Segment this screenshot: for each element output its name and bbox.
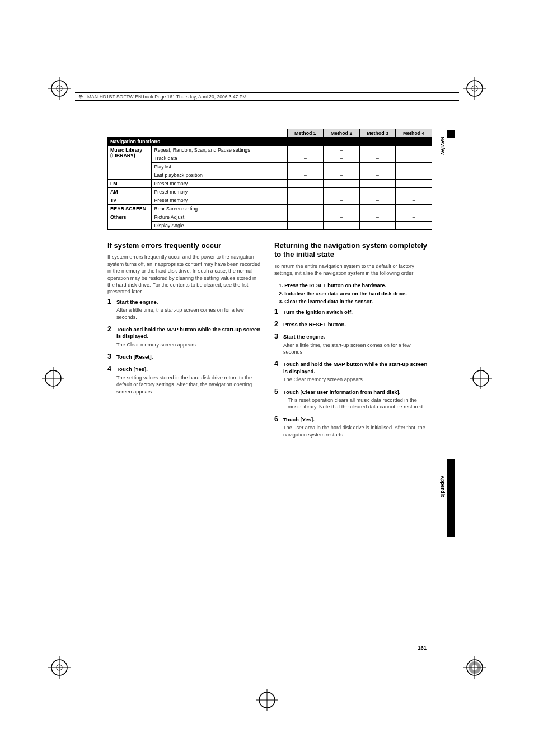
step-title: Press the RESET button. bbox=[283, 321, 431, 328]
method-cell bbox=[287, 205, 324, 213]
step-body: This reset operation clears all music da… bbox=[283, 397, 431, 411]
method-cell: – bbox=[359, 163, 396, 171]
method-cell: – bbox=[359, 171, 396, 180]
method-cell: – bbox=[324, 180, 360, 188]
row-desc: Repeat, Random, Scan, and Pause settings bbox=[152, 146, 287, 154]
step-body: The Clear memory screen appears. bbox=[116, 341, 264, 348]
method-cell: – bbox=[359, 213, 396, 222]
method-cell: – bbox=[396, 180, 432, 188]
step-title: Start the engine. bbox=[283, 334, 431, 340]
step-number: 4 bbox=[107, 365, 111, 373]
col-method1: Method 1 bbox=[287, 129, 324, 138]
method-cell bbox=[287, 146, 324, 154]
crop-mark-icon bbox=[470, 367, 492, 389]
right-intro: To return the entire navigation system t… bbox=[274, 263, 431, 277]
method-cell: – bbox=[359, 222, 396, 230]
crop-mark-icon bbox=[48, 77, 71, 100]
step-title: Start the engine. bbox=[116, 299, 264, 306]
step-item: 1Start the engine.After a little time, t… bbox=[107, 299, 264, 321]
step-number: 3 bbox=[274, 332, 278, 340]
method-cell: – bbox=[324, 154, 360, 163]
step-item: 2Press the RESET button. bbox=[274, 321, 431, 328]
right-heading: Returning the navigation system complete… bbox=[274, 241, 431, 260]
substep-item: 1. Press the RESET button on the hardwar… bbox=[279, 282, 431, 289]
method-cell: – bbox=[287, 154, 324, 163]
method-cell: – bbox=[287, 171, 324, 180]
col-method3: Method 3 bbox=[359, 129, 396, 138]
step-body: After a little time, the start-up screen… bbox=[283, 342, 431, 356]
step-body: The user area in the hard disk drive is … bbox=[283, 424, 431, 438]
method-cell bbox=[359, 146, 396, 154]
step-title: Touch and hold the MAP button while the … bbox=[283, 361, 431, 375]
step-title: Touch [Yes]. bbox=[116, 366, 264, 373]
crop-mark-icon bbox=[256, 689, 278, 711]
row-desc: Picture Adjust bbox=[152, 213, 287, 222]
method-cell bbox=[396, 171, 432, 180]
section-header-cell: Navigation functions bbox=[108, 138, 432, 146]
row-label: Music Library (LIBRARY) bbox=[108, 146, 152, 180]
method-cell: – bbox=[359, 154, 396, 163]
method-cell bbox=[396, 154, 432, 163]
method-cell bbox=[287, 222, 324, 230]
method-cell bbox=[287, 180, 324, 188]
left-intro: If system errors frequently occur and th… bbox=[107, 253, 264, 295]
content-area: Method 1 Method 2 Method 3 Method 4 Navi… bbox=[107, 129, 432, 444]
row-desc: Preset memory bbox=[152, 188, 287, 196]
col-method2: Method 2 bbox=[324, 129, 360, 138]
row-label: TV bbox=[108, 196, 152, 205]
row-desc: Preset memory bbox=[152, 180, 287, 188]
side-tab-top bbox=[447, 130, 455, 138]
crop-mark-icon bbox=[42, 367, 64, 389]
step-item: 3Touch [Reset]. bbox=[107, 354, 264, 360]
step-number: 6 bbox=[274, 415, 278, 423]
row-desc: Play list bbox=[152, 163, 287, 171]
right-column: Returning the navigation system complete… bbox=[274, 241, 431, 444]
step-item: 4Touch [Yes].The setting values stored i… bbox=[107, 366, 264, 395]
row-desc: Last playback position bbox=[152, 171, 287, 180]
method-cell bbox=[287, 188, 324, 196]
step-number: 2 bbox=[274, 320, 278, 328]
step-item: 1Turn the ignition switch off. bbox=[274, 309, 431, 316]
step-item: 4Touch and hold the MAP button while the… bbox=[274, 361, 431, 383]
header-strip: ⊕ MAN-HD1BT-SOFTW-EN.book Page 161 Thurs… bbox=[75, 92, 459, 101]
step-body: The Clear memory screen appears. bbox=[283, 376, 431, 383]
step-body: The setting values stored in the hard di… bbox=[116, 374, 264, 395]
step-number: 2 bbox=[107, 325, 111, 333]
substep-item: 2. Initialise the user data area on the … bbox=[279, 290, 431, 297]
crop-mark-icon bbox=[463, 77, 486, 100]
step-item: 2Touch and hold the MAP button while the… bbox=[107, 326, 264, 348]
crop-mark-icon bbox=[463, 656, 486, 679]
method-cell: – bbox=[324, 196, 360, 205]
page: ⊕ MAN-HD1BT-SOFTW-EN.book Page 161 Thurs… bbox=[0, 0, 534, 756]
method-cell: – bbox=[324, 188, 360, 196]
crop-mark-icon bbox=[48, 656, 71, 679]
page-number: 161 bbox=[418, 645, 427, 651]
method-cell: – bbox=[324, 213, 360, 222]
row-label: Others bbox=[108, 213, 152, 230]
method-cell bbox=[396, 146, 432, 154]
step-item: 6Touch [Yes].The user area in the hard d… bbox=[274, 416, 431, 438]
row-label: AM bbox=[108, 188, 152, 196]
header-running-text: MAN-HD1BT-SOFTW-EN.book Page 161 Thursda… bbox=[87, 94, 246, 100]
step-number: 4 bbox=[274, 360, 278, 368]
row-label: FM bbox=[108, 180, 152, 188]
col-method4: Method 4 bbox=[396, 129, 432, 138]
method-cell: – bbox=[396, 213, 432, 222]
side-label-appendix: Appendix bbox=[440, 476, 446, 497]
left-column: If system errors frequently occur If sys… bbox=[107, 241, 264, 444]
method-cell: – bbox=[324, 146, 360, 154]
step-item: 5Touch [Clear user information from hard… bbox=[274, 389, 431, 411]
row-desc: Display Angle bbox=[152, 222, 287, 230]
step-number: 1 bbox=[274, 308, 278, 316]
side-label-navi: NAVI/AV bbox=[440, 137, 446, 155]
method-cell: – bbox=[396, 188, 432, 196]
step-number: 5 bbox=[274, 388, 278, 396]
method-cell: – bbox=[396, 205, 432, 213]
method-cell bbox=[287, 213, 324, 222]
method-cell: – bbox=[324, 163, 360, 171]
step-title: Touch [Clear user information from hard … bbox=[283, 389, 431, 396]
row-desc: Preset memory bbox=[152, 196, 287, 205]
step-item: 3Start the engine.After a little time, t… bbox=[274, 334, 431, 355]
method-cell: – bbox=[359, 180, 396, 188]
method-cell: – bbox=[396, 222, 432, 230]
